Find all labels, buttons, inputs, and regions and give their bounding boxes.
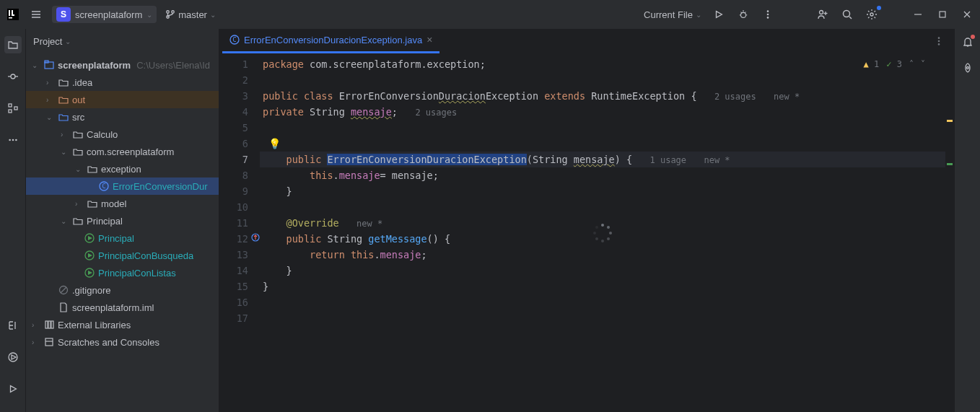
panel-header[interactable]: Project ⌄ (26, 29, 219, 53)
error-stripe[interactable] (945, 53, 954, 412)
tree-row-iml[interactable]: screenplataform.iml (26, 299, 219, 316)
tree-row-exception-file[interactable]: C ErrorEnConversionDur (26, 177, 219, 195)
gutter: 1 2 3 4 5 6 7 8 9 10 11 12 13 14 15 16 1… (219, 53, 260, 412)
chevron-right-icon: › (61, 131, 69, 139)
tree-row-project-root[interactable]: ⌄ screenplataform C:\Users\Elena\Id (26, 56, 219, 74)
svg-line-17 (745, 12, 745, 13)
settings-icon[interactable] (865, 7, 879, 22)
tree-row-idea[interactable]: › .idea (26, 74, 219, 91)
more-icon[interactable] (761, 7, 775, 22)
minimize-icon[interactable] (911, 7, 925, 22)
class-icon: C (229, 35, 240, 45)
services-tool-icon[interactable] (4, 349, 22, 366)
class-runnable-icon (84, 233, 95, 243)
svg-marker-48 (88, 236, 92, 240)
project-name: screenplataform (75, 9, 142, 20)
tree-row-principal[interactable]: Principal (26, 229, 219, 247)
notifications-icon[interactable] (962, 36, 974, 48)
svg-point-8 (167, 11, 170, 14)
stripe-warning[interactable] (947, 120, 953, 122)
tree-label: PrincipalConBusqueda (98, 250, 193, 261)
loading-spinner-icon (592, 223, 613, 243)
inspections-up-icon[interactable]: ˄ (909, 59, 914, 69)
svg-rect-35 (9, 110, 12, 113)
titlebar: S screenplataform ⌄ master ⌄ Current Fil… (0, 0, 980, 29)
tree-row-external-libs[interactable]: › External Libraries (26, 316, 219, 333)
tree-row-gitignore[interactable]: .gitignore (26, 281, 219, 299)
override-gutter-icon[interactable] (251, 233, 260, 242)
svg-point-67 (607, 226, 610, 229)
editor-tab-active[interactable]: C ErrorEnConversionDuracionException.jav… (222, 29, 439, 53)
svg-rect-4 (12, 14, 14, 16)
tree-label: out (72, 95, 85, 105)
tree-row-principal-busqueda[interactable]: PrincipalConBusqueda (26, 247, 219, 264)
close-tab-icon[interactable]: × (426, 34, 432, 45)
svg-point-19 (767, 14, 769, 16)
tree-row-package[interactable]: ⌄ com.screenplataform (26, 143, 219, 160)
svg-point-64 (938, 43, 940, 45)
tree-label: .idea (72, 77, 92, 88)
close-icon[interactable] (960, 7, 974, 22)
terminal-tool-icon[interactable] (4, 317, 22, 334)
structure-tool-icon[interactable] (4, 100, 22, 117)
library-icon (43, 320, 55, 330)
stripe-ok[interactable] (947, 163, 953, 165)
code-content[interactable]: 💡 package com.screenplataform.exception;… (260, 53, 945, 412)
inspections-down-icon[interactable]: ˅ (921, 59, 925, 69)
tree-row-out[interactable]: › out (26, 91, 219, 108)
line-number: 3 (219, 88, 260, 104)
search-icon[interactable] (840, 7, 854, 22)
svg-point-21 (820, 11, 823, 14)
ai-assistant-icon[interactable] (962, 62, 974, 74)
tab-more-icon[interactable] (927, 36, 951, 46)
vcs-branch[interactable]: master ⌄ (165, 9, 216, 20)
tree-row-model[interactable]: › model (26, 195, 219, 212)
tree-row-exception[interactable]: ⌄ exception (26, 160, 219, 177)
chevron-down-icon: ⌄ (61, 217, 69, 225)
line-number: 13 (219, 247, 260, 263)
run-tool-icon[interactable] (4, 380, 22, 398)
tree-row-principal-pkg[interactable]: ⌄ Principal (26, 212, 219, 229)
run-icon[interactable] (712, 7, 726, 22)
inspections-widget[interactable]: ▲ 1 ✓ 3 ˄ ˅ (864, 59, 925, 69)
project-tool-icon[interactable] (4, 36, 22, 53)
line-number: 1 (219, 56, 260, 72)
project-selector[interactable]: S screenplataform ⌄ (52, 6, 157, 23)
class-runnable-icon (84, 250, 95, 260)
package-icon (72, 216, 84, 226)
line-number: 6 (219, 136, 260, 152)
run-config[interactable]: Current File ⌄ (644, 9, 701, 20)
hamburger-icon[interactable] (29, 7, 43, 22)
svg-point-39 (15, 139, 17, 141)
svg-marker-41 (12, 355, 16, 359)
line-number: 17 (219, 310, 260, 326)
intention-bulb-icon[interactable]: 💡 (268, 138, 280, 149)
notification-dot-icon (971, 35, 975, 39)
more-tool-icon[interactable] (4, 131, 22, 149)
chevron-right-icon: › (46, 79, 55, 87)
collab-icon[interactable] (815, 7, 830, 22)
editor-tabs: C ErrorEnConversionDuracionException.jav… (219, 29, 954, 53)
tree-row-scratches[interactable]: › Scratches and Consoles (26, 333, 219, 351)
tree-row-src[interactable]: ⌄ src (26, 108, 219, 126)
tree-label: com.screenplataform (87, 146, 174, 157)
svg-point-74 (966, 67, 968, 69)
project-badge-icon: S (56, 7, 71, 22)
tree-row-principal-listas[interactable]: PrincipalConListas (26, 264, 219, 281)
package-icon (87, 198, 98, 209)
tree-label: Scratches and Consoles (58, 337, 159, 348)
svg-point-63 (938, 40, 940, 42)
app-logo-icon[interactable] (6, 7, 20, 22)
tree-label: Calculo (87, 129, 118, 140)
tree-label: ErrorEnConversionDur (113, 181, 208, 192)
debug-icon[interactable] (736, 7, 751, 22)
svg-point-20 (767, 17, 769, 19)
branch-icon (165, 9, 175, 19)
maximize-icon[interactable] (935, 7, 950, 22)
svg-point-24 (844, 11, 850, 17)
folder-icon (58, 95, 69, 105)
tree-row-calculo[interactable]: › Calculo (26, 126, 219, 143)
commit-tool-icon[interactable] (4, 68, 22, 85)
editor-body[interactable]: 1 2 3 4 5 6 7 8 9 10 11 12 13 14 15 16 1… (219, 53, 954, 412)
svg-rect-57 (51, 321, 53, 328)
